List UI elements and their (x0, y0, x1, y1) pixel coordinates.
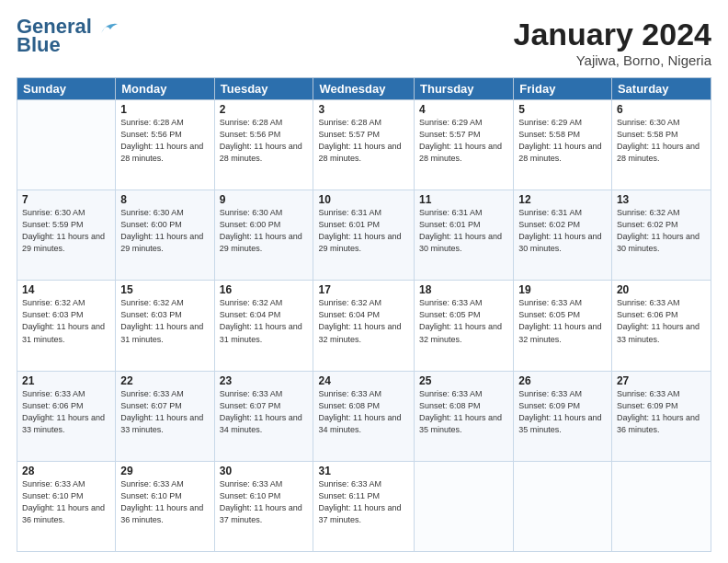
day-number: 3 (318, 103, 409, 116)
calendar-cell (415, 461, 514, 551)
day-number: 28 (22, 465, 110, 477)
day-info: Sunrise: 6:33 AMSunset: 6:08 PMDaylight:… (419, 388, 508, 436)
calendar-cell: 6Sunrise: 6:30 AMSunset: 5:58 PMDaylight… (611, 100, 711, 190)
day-info: Sunrise: 6:33 AMSunset: 6:10 PMDaylight:… (120, 478, 209, 526)
weekday-header-sunday: Sunday (17, 78, 116, 100)
day-number: 7 (22, 193, 110, 206)
calendar-cell: 15Sunrise: 6:32 AMSunset: 6:03 PMDayligh… (116, 281, 214, 371)
day-info: Sunrise: 6:29 AMSunset: 5:57 PMDaylight:… (419, 117, 508, 165)
location: Yajiwa, Borno, Nigeria (514, 52, 712, 68)
weekday-header-thursday: Thursday (415, 78, 514, 100)
calendar-cell: 24Sunrise: 6:33 AMSunset: 6:08 PMDayligh… (313, 371, 415, 461)
weekday-header-wednesday: Wednesday (313, 78, 415, 100)
calendar-cell: 28Sunrise: 6:33 AMSunset: 6:10 PMDayligh… (17, 461, 116, 551)
day-info: Sunrise: 6:33 AMSunset: 6:06 PMDaylight:… (22, 388, 110, 436)
title-block: January 2024 Yajiwa, Borno, Nigeria (514, 17, 712, 68)
day-info: Sunrise: 6:33 AMSunset: 6:07 PMDaylight:… (220, 388, 309, 436)
calendar-cell: 25Sunrise: 6:33 AMSunset: 6:08 PMDayligh… (415, 371, 514, 461)
calendar-cell: 14Sunrise: 6:32 AMSunset: 6:03 PMDayligh… (17, 281, 116, 371)
calendar-cell (611, 461, 711, 551)
day-number: 15 (120, 283, 209, 296)
day-info: Sunrise: 6:33 AMSunset: 6:09 PMDaylight:… (617, 388, 706, 436)
day-number: 1 (120, 103, 209, 116)
day-number: 30 (220, 465, 309, 477)
calendar-cell: 10Sunrise: 6:31 AMSunset: 6:01 PMDayligh… (313, 190, 415, 281)
day-number: 31 (318, 465, 409, 477)
calendar-cell: 1Sunrise: 6:28 AMSunset: 5:56 PMDaylight… (116, 100, 214, 190)
weekday-header-friday: Friday (514, 78, 612, 100)
day-info: Sunrise: 6:32 AMSunset: 6:04 PMDaylight:… (220, 297, 309, 345)
calendar-cell: 16Sunrise: 6:32 AMSunset: 6:04 PMDayligh… (214, 281, 313, 371)
weekday-header-tuesday: Tuesday (214, 78, 313, 100)
week-row-1: 7Sunrise: 6:30 AMSunset: 5:59 PMDaylight… (17, 190, 711, 281)
day-info: Sunrise: 6:32 AMSunset: 6:03 PMDaylight:… (22, 297, 110, 345)
day-info: Sunrise: 6:31 AMSunset: 6:01 PMDaylight:… (318, 207, 409, 255)
day-number: 9 (220, 193, 309, 206)
day-info: Sunrise: 6:33 AMSunset: 6:07 PMDaylight:… (120, 388, 209, 436)
logo-blue: Blue (17, 35, 61, 55)
page: General Blue January 2024 Yajiwa, Borno,… (0, 0, 728, 563)
day-number: 2 (220, 103, 309, 116)
calendar-cell: 8Sunrise: 6:30 AMSunset: 6:00 PMDaylight… (116, 190, 214, 281)
day-number: 11 (419, 193, 508, 206)
day-info: Sunrise: 6:28 AMSunset: 5:57 PMDaylight:… (318, 117, 409, 165)
month-title: January 2024 (514, 17, 712, 52)
day-info: Sunrise: 6:28 AMSunset: 5:56 PMDaylight:… (120, 117, 209, 165)
day-info: Sunrise: 6:33 AMSunset: 6:06 PMDaylight:… (617, 297, 706, 345)
day-number: 22 (120, 374, 209, 387)
day-number: 23 (220, 374, 309, 387)
week-row-4: 28Sunrise: 6:33 AMSunset: 6:10 PMDayligh… (17, 461, 711, 551)
calendar-cell: 27Sunrise: 6:33 AMSunset: 6:09 PMDayligh… (611, 371, 711, 461)
header: General Blue January 2024 Yajiwa, Borno,… (17, 17, 711, 68)
day-number: 5 (518, 103, 607, 116)
day-number: 16 (220, 283, 309, 296)
logo: General Blue (17, 17, 119, 55)
day-info: Sunrise: 6:33 AMSunset: 6:10 PMDaylight:… (220, 478, 309, 526)
day-number: 4 (419, 103, 508, 116)
calendar-table: SundayMondayTuesdayWednesdayThursdayFrid… (17, 77, 711, 552)
day-info: Sunrise: 6:30 AMSunset: 5:59 PMDaylight:… (22, 207, 110, 255)
day-number: 17 (318, 283, 409, 296)
day-info: Sunrise: 6:31 AMSunset: 6:02 PMDaylight:… (518, 207, 607, 255)
calendar-cell: 7Sunrise: 6:30 AMSunset: 5:59 PMDaylight… (17, 190, 116, 281)
calendar-cell: 21Sunrise: 6:33 AMSunset: 6:06 PMDayligh… (17, 371, 116, 461)
day-number: 21 (22, 374, 110, 387)
calendar-cell: 31Sunrise: 6:33 AMSunset: 6:11 PMDayligh… (313, 461, 415, 551)
calendar-cell: 23Sunrise: 6:33 AMSunset: 6:07 PMDayligh… (214, 371, 313, 461)
day-info: Sunrise: 6:33 AMSunset: 6:05 PMDaylight:… (419, 297, 508, 345)
calendar-cell: 19Sunrise: 6:33 AMSunset: 6:05 PMDayligh… (514, 281, 612, 371)
day-number: 14 (22, 283, 110, 296)
calendar-cell: 9Sunrise: 6:30 AMSunset: 6:00 PMDaylight… (214, 190, 313, 281)
week-row-2: 14Sunrise: 6:32 AMSunset: 6:03 PMDayligh… (17, 281, 711, 371)
day-number: 10 (318, 193, 409, 206)
day-info: Sunrise: 6:32 AMSunset: 6:02 PMDaylight:… (617, 207, 706, 255)
calendar-cell: 3Sunrise: 6:28 AMSunset: 5:57 PMDaylight… (313, 100, 415, 190)
calendar-cell: 13Sunrise: 6:32 AMSunset: 6:02 PMDayligh… (611, 190, 711, 281)
week-row-0: 1Sunrise: 6:28 AMSunset: 5:56 PMDaylight… (17, 100, 711, 190)
day-number: 6 (617, 103, 706, 116)
calendar-cell: 4Sunrise: 6:29 AMSunset: 5:57 PMDaylight… (415, 100, 514, 190)
calendar-cell (514, 461, 612, 551)
calendar-cell: 12Sunrise: 6:31 AMSunset: 6:02 PMDayligh… (514, 190, 612, 281)
weekday-header-row: SundayMondayTuesdayWednesdayThursdayFrid… (17, 78, 711, 100)
day-info: Sunrise: 6:32 AMSunset: 6:03 PMDaylight:… (120, 297, 209, 345)
calendar-cell: 20Sunrise: 6:33 AMSunset: 6:06 PMDayligh… (611, 281, 711, 371)
calendar-cell: 29Sunrise: 6:33 AMSunset: 6:10 PMDayligh… (116, 461, 214, 551)
day-info: Sunrise: 6:33 AMSunset: 6:11 PMDaylight:… (318, 478, 409, 526)
day-number: 20 (617, 283, 706, 296)
day-info: Sunrise: 6:33 AMSunset: 6:05 PMDaylight:… (518, 297, 607, 345)
calendar-cell: 2Sunrise: 6:28 AMSunset: 5:56 PMDaylight… (214, 100, 313, 190)
weekday-header-monday: Monday (116, 78, 214, 100)
day-number: 26 (518, 374, 607, 387)
calendar-cell: 22Sunrise: 6:33 AMSunset: 6:07 PMDayligh… (116, 371, 214, 461)
day-info: Sunrise: 6:29 AMSunset: 5:58 PMDaylight:… (518, 117, 607, 165)
day-info: Sunrise: 6:33 AMSunset: 6:10 PMDaylight:… (22, 478, 110, 526)
day-info: Sunrise: 6:31 AMSunset: 6:01 PMDaylight:… (419, 207, 508, 255)
day-number: 12 (518, 193, 607, 206)
day-number: 8 (120, 193, 209, 206)
day-number: 25 (419, 374, 508, 387)
day-number: 27 (617, 374, 706, 387)
day-info: Sunrise: 6:30 AMSunset: 5:58 PMDaylight:… (617, 117, 706, 165)
day-info: Sunrise: 6:33 AMSunset: 6:08 PMDaylight:… (318, 388, 409, 436)
day-number: 13 (617, 193, 706, 206)
